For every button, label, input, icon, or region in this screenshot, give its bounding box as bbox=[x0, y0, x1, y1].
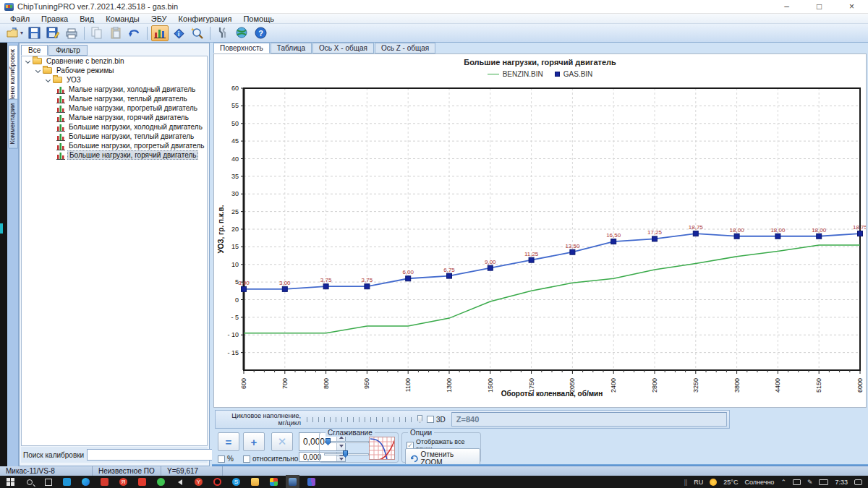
search-input[interactable] bbox=[87, 449, 216, 461]
paste-button[interactable] bbox=[107, 25, 124, 41]
taskbar-skype-icon[interactable]: S bbox=[231, 477, 241, 487]
view-tab-Ось X - общая[interactable]: Ось X - общая bbox=[312, 43, 374, 53]
tree-calibration-8[interactable]: Большие нагрузки, теплый двигатель bbox=[22, 132, 207, 141]
set-value-button[interactable]: = bbox=[218, 432, 239, 451]
pen-icon[interactable]: ✎ bbox=[807, 479, 813, 486]
view-tabs: ПоверхностьТаблицаОсь X - общаяОсь Z - о… bbox=[213, 43, 436, 53]
taskbar-photos-icon[interactable] bbox=[307, 477, 316, 487]
taskbar-opera-icon[interactable] bbox=[213, 477, 222, 487]
tree-calibration-5[interactable]: Малые нагрузки, прогретый двигатель bbox=[22, 103, 207, 113]
taskbar-start-icon[interactable] bbox=[6, 477, 15, 487]
taskbar-whatsapp-icon[interactable] bbox=[156, 477, 166, 487]
notifications-icon[interactable] bbox=[854, 479, 862, 485]
side-tab-strip: Меню калибровок Комментарии bbox=[7, 43, 19, 466]
surface-plot[interactable]: - 15- 10- 505101520253035404550556060070… bbox=[214, 54, 866, 407]
save-button[interactable] bbox=[25, 25, 43, 41]
smoothing-slider-1[interactable] bbox=[324, 438, 369, 445]
tree-calibration-3[interactable]: Малые нагрузки, холодный двигатель bbox=[22, 85, 207, 94]
chevron-down-icon[interactable] bbox=[35, 68, 41, 73]
taskbar-yandex-start-icon[interactable]: Я bbox=[119, 477, 128, 487]
view-tab-Поверхность[interactable]: Поверхность bbox=[213, 43, 270, 53]
taskbar-mail-icon[interactable] bbox=[62, 477, 72, 487]
tree-calibration-7[interactable]: Большие нагрузки, холодный двигатель bbox=[22, 122, 207, 132]
taskbar-chiptuning-icon[interactable] bbox=[288, 477, 297, 487]
weather-sun-icon bbox=[710, 479, 717, 486]
clock[interactable]: 7:33 bbox=[835, 479, 848, 486]
taskbar-task-view-icon[interactable] bbox=[43, 477, 53, 487]
menu-item-4[interactable]: ЭБУ bbox=[145, 14, 173, 23]
globe-sync-button[interactable] bbox=[233, 25, 250, 41]
weather-desc[interactable]: Солнечно bbox=[744, 479, 774, 486]
taskbar-app-grid-icon[interactable] bbox=[269, 477, 278, 487]
taskbar-edge-icon[interactable] bbox=[81, 477, 90, 487]
open-button[interactable] bbox=[4, 25, 21, 41]
tree-tab-Все[interactable]: Все bbox=[21, 45, 48, 56]
menu-item-1[interactable]: Правка bbox=[35, 14, 74, 23]
svg-text:35: 35 bbox=[231, 173, 239, 180]
weather-temp[interactable]: 25°C bbox=[723, 479, 738, 486]
copy-button[interactable] bbox=[88, 25, 106, 41]
search-label: Поиск калибровки bbox=[23, 451, 84, 459]
close-button[interactable]: × bbox=[835, 0, 868, 13]
taskbar-explorer-icon[interactable] bbox=[250, 477, 260, 487]
tree-folder-1[interactable]: Рабочие режимы bbox=[22, 66, 207, 75]
calibration-chart-icon bbox=[56, 104, 65, 113]
tree-calibration-4[interactable]: Малые нагрузки, теплый двигатель bbox=[22, 94, 207, 103]
slider-thumb[interactable] bbox=[417, 415, 422, 423]
zoom-search-button[interactable] bbox=[189, 25, 206, 41]
svg-text:15: 15 bbox=[231, 243, 239, 250]
taskbar-store-icon[interactable] bbox=[100, 477, 109, 487]
chevron-down-icon[interactable] bbox=[25, 59, 30, 64]
tree-calibration-9[interactable]: Большие нагрузки, прогретый двигатель bbox=[22, 141, 207, 150]
info-diamond-button[interactable]: i bbox=[170, 25, 187, 41]
tree-folder-0[interactable]: Сравнение с benzin.bin bbox=[22, 56, 207, 66]
save-as-button[interactable] bbox=[44, 25, 61, 41]
svg-text:2800: 2800 bbox=[651, 378, 658, 393]
tree-calibration-10[interactable]: Большие нагрузки, горячий двигатель bbox=[22, 150, 207, 160]
menu-item-3[interactable]: Команды bbox=[100, 14, 145, 23]
undo-button[interactable] bbox=[126, 25, 143, 41]
tab-calibration-menu[interactable]: Меню калибровок bbox=[8, 45, 18, 108]
maximize-button[interactable]: □ bbox=[803, 0, 835, 13]
percent-checkbox[interactable] bbox=[218, 455, 225, 463]
hidden-icons-chevron[interactable]: ⌃ bbox=[780, 479, 786, 486]
compare-chart-button[interactable] bbox=[151, 25, 169, 41]
relative-checkbox[interactable] bbox=[243, 455, 250, 463]
taskbar-search-icon[interactable] bbox=[25, 477, 34, 487]
multiply-value-button[interactable]: ✕ bbox=[271, 432, 293, 451]
menu-item-0[interactable]: Файл bbox=[4, 14, 35, 23]
view-tab-Таблица[interactable]: Таблица bbox=[271, 43, 312, 53]
add-value-button[interactable]: + bbox=[243, 432, 265, 451]
relative-label: относительно bbox=[252, 455, 298, 463]
tree-tab-Фильтр[interactable]: Фильтр bbox=[48, 45, 88, 56]
help-button[interactable]: ? bbox=[252, 25, 269, 41]
tools-button[interactable] bbox=[214, 25, 231, 41]
smoothing-slider-2[interactable] bbox=[324, 450, 369, 458]
menu-item-2[interactable]: Вид bbox=[74, 14, 100, 23]
tree-folder-2[interactable]: УОЗ bbox=[22, 75, 207, 85]
cyclic-filling-row: Цикловое наполнение, мг/цикл 3D Z=840 bbox=[215, 410, 730, 429]
network-icon[interactable] bbox=[793, 479, 801, 485]
taskbar-volume-icon[interactable] bbox=[175, 477, 184, 487]
menu-item-5[interactable]: Конфигурация bbox=[173, 14, 238, 23]
svg-text:600: 600 bbox=[240, 378, 247, 389]
tab-comments[interactable]: Комментарии bbox=[8, 99, 18, 149]
minimize-button[interactable]: – bbox=[770, 0, 803, 13]
keyboard-icon[interactable] bbox=[819, 479, 828, 485]
language-indicator[interactable]: RU bbox=[694, 479, 703, 486]
status-item-1: Неизвестное ПО bbox=[93, 466, 161, 476]
svg-text:17,25: 17,25 bbox=[647, 229, 663, 236]
taskbar-red-app-icon[interactable] bbox=[137, 477, 147, 487]
chevron-down-icon[interactable] bbox=[46, 77, 51, 82]
print-button[interactable] bbox=[63, 25, 80, 41]
z-value-field: Z=840 bbox=[451, 412, 727, 427]
menu-item-6[interactable]: Помощь bbox=[237, 14, 280, 23]
tree-calibration-6[interactable]: Малые нагрузки, горячий двигатель bbox=[22, 113, 207, 122]
folder-icon bbox=[53, 77, 62, 83]
svg-text:3,75: 3,75 bbox=[320, 277, 332, 283]
taskbar-yandex-browser-icon[interactable]: Y bbox=[194, 477, 203, 487]
svg-text:- 10: - 10 bbox=[227, 331, 239, 338]
cyclic-filling-slider[interactable] bbox=[307, 415, 422, 424]
3d-checkbox[interactable] bbox=[427, 416, 434, 423]
view-tab-Ось Z - общая[interactable]: Ось Z - общая bbox=[375, 43, 435, 53]
